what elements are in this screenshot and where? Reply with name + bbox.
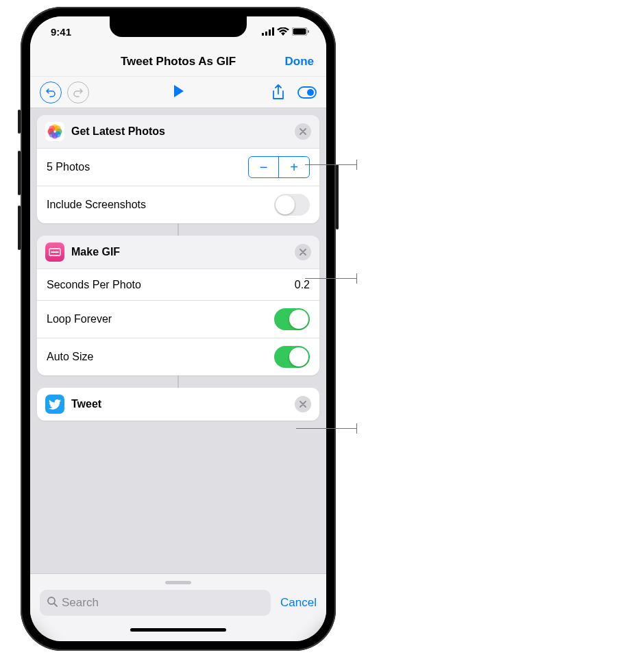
callout-line	[305, 164, 356, 165]
status-right	[262, 26, 310, 38]
battery-icon	[292, 26, 310, 38]
svg-point-14	[55, 132, 61, 138]
include-screenshots-label: Include Screenshots	[47, 199, 274, 211]
share-button[interactable]	[269, 84, 288, 101]
gif-icon	[45, 242, 64, 262]
action-title: Tweet	[71, 398, 288, 410]
svg-rect-0	[262, 33, 264, 36]
loop-forever-toggle[interactable]	[274, 308, 310, 330]
loop-forever-row: Loop Forever	[37, 300, 319, 338]
include-screenshots-row: Include Screenshots	[37, 186, 319, 223]
screen: 9:41 Tweet Photos As GIF Done	[30, 16, 326, 641]
delete-action-button[interactable]	[295, 396, 311, 412]
action-title: Make GIF	[71, 246, 288, 258]
status-time: 9:41	[51, 26, 71, 38]
notch	[110, 16, 247, 37]
action-header[interactable]: Tweet	[37, 388, 319, 421]
photo-count-label: 5 Photos	[47, 161, 248, 173]
volume-down-button	[18, 206, 21, 250]
delete-action-button[interactable]	[295, 244, 311, 260]
page-title: Tweet Photos As GIF	[121, 55, 236, 69]
auto-size-row: Auto Size	[37, 338, 319, 375]
search-input[interactable]: Search	[40, 590, 271, 616]
settings-button[interactable]	[297, 86, 317, 99]
callout-line	[296, 428, 356, 429]
wifi-icon	[277, 26, 289, 38]
svg-rect-18	[51, 251, 59, 253]
stepper-minus[interactable]: −	[249, 157, 279, 177]
home-indicator[interactable]	[130, 628, 226, 632]
action-title: Get Latest Photos	[71, 125, 288, 138]
undo-button[interactable]	[40, 82, 62, 103]
svg-rect-1	[265, 32, 267, 36]
bottom-bar: Search Cancel	[30, 573, 326, 641]
done-button[interactable]: Done	[285, 55, 315, 69]
svg-line-20	[54, 603, 57, 606]
svg-point-13	[55, 125, 61, 132]
phone-frame: 9:41 Tweet Photos As GIF Done	[21, 7, 336, 651]
callout-line	[305, 278, 356, 279]
include-screenshots-toggle[interactable]	[274, 194, 310, 216]
action-header[interactable]: Make GIF	[37, 236, 319, 269]
svg-point-8	[307, 89, 314, 96]
photo-count-row: 5 Photos − +	[37, 148, 319, 186]
twitter-icon	[45, 395, 64, 414]
shortcut-editor: Get Latest Photos 5 Photos − + Include S…	[30, 108, 326, 573]
action-connector	[178, 375, 179, 388]
svg-rect-3	[272, 27, 274, 36]
play-button[interactable]	[173, 84, 185, 101]
svg-point-15	[49, 132, 55, 138]
action-header[interactable]: Get Latest Photos	[37, 115, 319, 148]
search-placeholder: Search	[62, 596, 99, 610]
auto-size-toggle[interactable]	[274, 346, 310, 368]
photo-count-stepper[interactable]: − +	[248, 156, 310, 178]
svg-rect-2	[269, 29, 271, 36]
svg-rect-5	[293, 28, 306, 34]
loop-label: Loop Forever	[47, 313, 274, 325]
delete-action-button[interactable]	[295, 123, 311, 140]
stepper-plus[interactable]: +	[279, 157, 309, 177]
action-get-latest-photos: Get Latest Photos 5 Photos − + Include S…	[37, 115, 319, 223]
svg-point-16	[49, 125, 55, 132]
autosize-label: Auto Size	[47, 351, 274, 363]
toolbar	[30, 77, 326, 108]
action-connector	[178, 223, 179, 236]
seconds-label: Seconds Per Photo	[47, 279, 295, 291]
search-icon	[47, 596, 58, 610]
action-make-gif: Make GIF Seconds Per Photo 0.2 Loop Fore…	[37, 236, 319, 375]
power-button	[336, 164, 339, 229]
redo-button[interactable]	[67, 82, 89, 103]
action-tweet: Tweet	[37, 388, 319, 421]
nav-header: Tweet Photos As GIF Done	[30, 47, 326, 77]
cellular-icon	[262, 26, 274, 38]
seconds-value: 0.2	[295, 279, 310, 291]
drawer-grabber[interactable]	[165, 581, 191, 584]
seconds-per-photo-row[interactable]: Seconds Per Photo 0.2	[37, 269, 319, 300]
volume-up-button	[18, 151, 21, 195]
photos-icon	[45, 122, 64, 141]
svg-rect-6	[308, 30, 309, 33]
mute-switch	[18, 110, 21, 134]
cancel-button[interactable]: Cancel	[280, 596, 317, 610]
